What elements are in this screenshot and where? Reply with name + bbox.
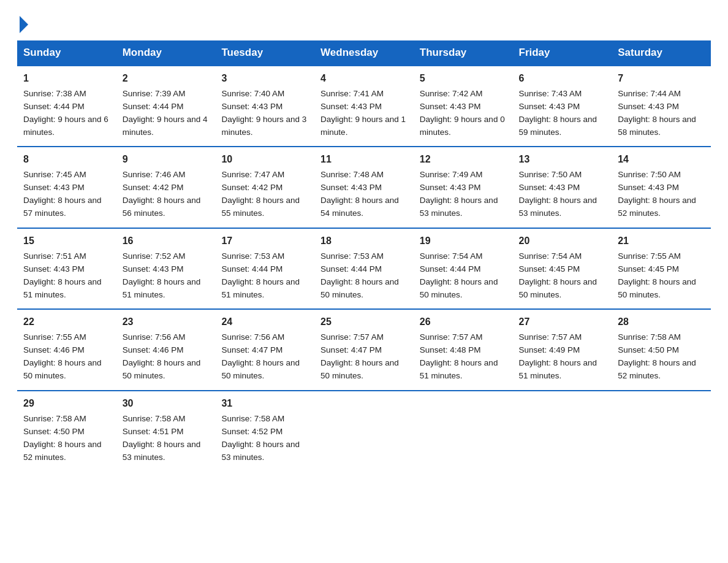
- calendar-table: Sunday Monday Tuesday Wednesday Thursday…: [17, 40, 711, 471]
- logo-arrow-icon: [20, 16, 28, 33]
- calendar-week-row: 1Sunrise: 7:38 AMSunset: 4:44 PMDaylight…: [17, 66, 711, 147]
- calendar-cell: 11Sunrise: 7:48 AMSunset: 4:43 PMDayligh…: [314, 147, 414, 228]
- day-number: 2: [123, 71, 210, 86]
- logo: [17, 15, 29, 28]
- calendar-cell: 24Sunrise: 7:56 AMSunset: 4:47 PMDayligh…: [215, 309, 314, 390]
- day-number: 9: [123, 152, 210, 167]
- calendar-cell: 13Sunrise: 7:50 AMSunset: 4:43 PMDayligh…: [513, 147, 612, 228]
- day-number: 16: [123, 234, 210, 249]
- calendar-cell: 31Sunrise: 7:58 AMSunset: 4:52 PMDayligh…: [215, 391, 314, 471]
- calendar-cell: 8Sunrise: 7:45 AMSunset: 4:43 PMDaylight…: [17, 147, 116, 228]
- day-number: 5: [420, 71, 507, 86]
- calendar-cell: 19Sunrise: 7:54 AMSunset: 4:44 PMDayligh…: [414, 228, 513, 309]
- calendar-cell: [513, 391, 612, 471]
- day-number: 4: [320, 71, 408, 86]
- calendar-cell: 21Sunrise: 7:55 AMSunset: 4:45 PMDayligh…: [612, 228, 711, 309]
- day-number: 6: [519, 71, 606, 86]
- calendar-week-row: 22Sunrise: 7:55 AMSunset: 4:46 PMDayligh…: [17, 309, 711, 390]
- calendar-cell: 26Sunrise: 7:57 AMSunset: 4:48 PMDayligh…: [414, 309, 513, 390]
- day-number: 23: [123, 315, 210, 330]
- day-number: 21: [618, 234, 705, 249]
- calendar-cell: 27Sunrise: 7:57 AMSunset: 4:49 PMDayligh…: [513, 309, 612, 390]
- day-number: 22: [23, 315, 110, 330]
- day-number: 10: [221, 152, 308, 167]
- calendar-cell: 9Sunrise: 7:46 AMSunset: 4:42 PMDaylight…: [116, 147, 216, 228]
- calendar-cell: 1Sunrise: 7:38 AMSunset: 4:44 PMDaylight…: [17, 66, 116, 147]
- calendar-cell: 12Sunrise: 7:49 AMSunset: 4:43 PMDayligh…: [414, 147, 513, 228]
- day-number: 12: [420, 152, 507, 167]
- calendar-week-row: 8Sunrise: 7:45 AMSunset: 4:43 PMDaylight…: [17, 147, 711, 228]
- calendar-cell: 22Sunrise: 7:55 AMSunset: 4:46 PMDayligh…: [17, 309, 116, 390]
- calendar-cell: [414, 391, 513, 471]
- calendar-cell: 2Sunrise: 7:39 AMSunset: 4:44 PMDaylight…: [116, 66, 216, 147]
- calendar-cell: 30Sunrise: 7:58 AMSunset: 4:51 PMDayligh…: [116, 391, 216, 471]
- day-number: 15: [23, 234, 110, 249]
- calendar-cell: 6Sunrise: 7:43 AMSunset: 4:43 PMDaylight…: [513, 66, 612, 147]
- header-saturday: Saturday: [612, 40, 711, 66]
- day-number: 30: [123, 396, 210, 412]
- calendar-cell: 17Sunrise: 7:53 AMSunset: 4:44 PMDayligh…: [215, 228, 314, 309]
- calendar-cell: 10Sunrise: 7:47 AMSunset: 4:42 PMDayligh…: [215, 147, 314, 228]
- day-number: 3: [221, 71, 308, 86]
- calendar-week-row: 29Sunrise: 7:58 AMSunset: 4:50 PMDayligh…: [17, 391, 711, 471]
- calendar-header: Sunday Monday Tuesday Wednesday Thursday…: [17, 40, 711, 66]
- page-header: [17, 15, 711, 28]
- header-row: Sunday Monday Tuesday Wednesday Thursday…: [17, 40, 711, 66]
- calendar-cell: 14Sunrise: 7:50 AMSunset: 4:43 PMDayligh…: [612, 147, 711, 228]
- calendar-cell: 4Sunrise: 7:41 AMSunset: 4:43 PMDaylight…: [314, 66, 414, 147]
- header-sunday: Sunday: [17, 40, 116, 66]
- calendar-cell: 25Sunrise: 7:57 AMSunset: 4:47 PMDayligh…: [314, 309, 414, 390]
- calendar-cell: 3Sunrise: 7:40 AMSunset: 4:43 PMDaylight…: [215, 66, 314, 147]
- header-friday: Friday: [513, 40, 612, 66]
- calendar-cell: [314, 391, 414, 471]
- day-number: 14: [618, 152, 705, 167]
- calendar-week-row: 15Sunrise: 7:51 AMSunset: 4:43 PMDayligh…: [17, 228, 711, 309]
- calendar-cell: 28Sunrise: 7:58 AMSunset: 4:50 PMDayligh…: [612, 309, 711, 390]
- day-number: 8: [23, 152, 110, 167]
- day-number: 18: [320, 234, 408, 249]
- calendar-cell: 20Sunrise: 7:54 AMSunset: 4:45 PMDayligh…: [513, 228, 612, 309]
- day-number: 7: [618, 71, 705, 86]
- calendar-body: 1Sunrise: 7:38 AMSunset: 4:44 PMDaylight…: [17, 66, 711, 471]
- header-monday: Monday: [116, 40, 216, 66]
- day-number: 29: [23, 396, 110, 412]
- calendar-cell: 7Sunrise: 7:44 AMSunset: 4:43 PMDaylight…: [612, 66, 711, 147]
- calendar-cell: 5Sunrise: 7:42 AMSunset: 4:43 PMDaylight…: [414, 66, 513, 147]
- header-tuesday: Tuesday: [215, 40, 314, 66]
- calendar-cell: [612, 391, 711, 471]
- calendar-cell: 15Sunrise: 7:51 AMSunset: 4:43 PMDayligh…: [17, 228, 116, 309]
- day-number: 24: [221, 315, 308, 330]
- day-number: 11: [320, 152, 408, 167]
- day-number: 25: [320, 315, 408, 330]
- header-thursday: Thursday: [414, 40, 513, 66]
- calendar-cell: 16Sunrise: 7:52 AMSunset: 4:43 PMDayligh…: [116, 228, 216, 309]
- calendar-cell: 29Sunrise: 7:58 AMSunset: 4:50 PMDayligh…: [17, 391, 116, 471]
- day-number: 17: [221, 234, 308, 249]
- day-number: 27: [519, 315, 606, 330]
- day-number: 28: [618, 315, 705, 330]
- header-wednesday: Wednesday: [314, 40, 414, 66]
- day-number: 20: [519, 234, 606, 249]
- day-number: 26: [420, 315, 507, 330]
- calendar-cell: 23Sunrise: 7:56 AMSunset: 4:46 PMDayligh…: [116, 309, 216, 390]
- day-number: 31: [221, 396, 308, 412]
- calendar-cell: 18Sunrise: 7:53 AMSunset: 4:44 PMDayligh…: [314, 228, 414, 309]
- day-number: 13: [519, 152, 606, 167]
- day-number: 19: [420, 234, 507, 249]
- day-number: 1: [23, 71, 110, 86]
